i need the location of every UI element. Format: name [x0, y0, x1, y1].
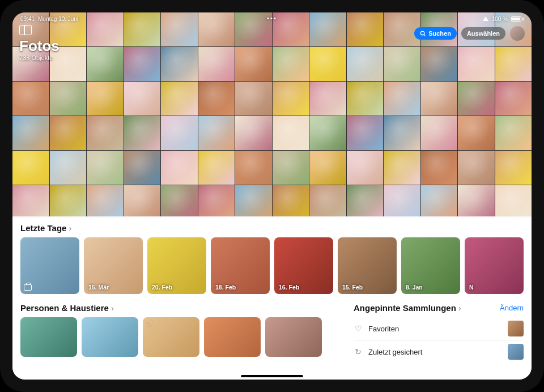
people-tile[interactable] — [265, 317, 322, 357]
photo-thumbnail[interactable] — [198, 116, 235, 150]
recent-day-tile[interactable]: 20. Feb — [147, 237, 206, 294]
library-view-icon[interactable] — [19, 25, 32, 35]
photo-thumbnail[interactable] — [309, 116, 346, 150]
photo-thumbnail[interactable] — [458, 47, 495, 81]
photo-thumbnail[interactable] — [421, 82, 458, 116]
photo-thumbnail[interactable] — [458, 82, 495, 116]
photo-thumbnail[interactable] — [50, 116, 87, 150]
photo-thumbnail[interactable] — [235, 151, 272, 185]
photo-thumbnail[interactable] — [198, 185, 235, 216]
photo-thumbnail[interactable] — [384, 185, 420, 216]
photo-thumbnail[interactable] — [87, 151, 124, 185]
wifi-icon — [483, 16, 488, 21]
photo-thumbnail[interactable] — [12, 151, 49, 185]
photo-thumbnail[interactable] — [309, 82, 346, 116]
photo-thumbnail[interactable] — [309, 185, 346, 216]
photo-thumbnail[interactable] — [235, 47, 272, 81]
photo-thumbnail[interactable] — [495, 151, 532, 185]
home-indicator[interactable] — [241, 375, 303, 377]
photo-thumbnail[interactable] — [347, 82, 384, 116]
recent-day-date: 15. Feb — [342, 284, 363, 291]
photo-thumbnail[interactable] — [421, 116, 458, 150]
select-button[interactable]: Auswählen — [461, 27, 505, 40]
photo-thumbnail[interactable] — [161, 151, 198, 185]
photo-thumbnail[interactable] — [495, 116, 532, 150]
pinned-collection-row[interactable]: ♡Favoriten — [354, 317, 524, 340]
library-grid[interactable] — [12, 12, 532, 216]
photo-thumbnail[interactable] — [347, 47, 384, 81]
photo-thumbnail[interactable] — [458, 151, 495, 185]
photo-thumbnail[interactable] — [124, 47, 161, 81]
photo-thumbnail[interactable] — [50, 82, 87, 116]
photo-thumbnail[interactable] — [124, 185, 161, 216]
photo-thumbnail[interactable] — [384, 47, 420, 81]
photo-thumbnail[interactable] — [161, 116, 198, 150]
people-pets-row[interactable]: ♡ — [20, 317, 340, 357]
recent-day-tile[interactable]: 16. Feb — [274, 237, 333, 294]
photo-thumbnail[interactable] — [309, 151, 346, 185]
photo-thumbnail[interactable] — [273, 82, 309, 116]
photo-thumbnail[interactable] — [87, 47, 124, 81]
photo-thumbnail[interactable] — [161, 82, 198, 116]
item-count: 738 Objekte — [19, 54, 60, 61]
photo-thumbnail[interactable] — [235, 116, 272, 150]
photo-thumbnail[interactable] — [235, 185, 272, 216]
photo-thumbnail[interactable] — [124, 116, 161, 150]
recent-day-tile[interactable] — [20, 237, 79, 294]
photo-thumbnail[interactable] — [12, 82, 49, 116]
photo-thumbnail[interactable] — [495, 185, 532, 216]
multitask-dots-icon[interactable]: ••• — [267, 15, 277, 22]
photo-thumbnail[interactable] — [495, 82, 532, 116]
photo-thumbnail[interactable] — [421, 47, 458, 81]
photo-thumbnail[interactable] — [458, 116, 495, 150]
photo-thumbnail[interactable] — [495, 47, 532, 81]
photo-thumbnail[interactable] — [273, 47, 309, 81]
photo-thumbnail[interactable] — [50, 185, 87, 216]
people-tile[interactable]: ♡ — [143, 317, 199, 357]
photo-thumbnail[interactable] — [161, 185, 198, 216]
photo-thumbnail[interactable] — [87, 116, 124, 150]
photo-thumbnail[interactable] — [421, 151, 458, 185]
photo-thumbnail[interactable] — [161, 47, 198, 81]
photo-thumbnail[interactable] — [384, 151, 420, 185]
photo-thumbnail[interactable] — [50, 151, 87, 185]
recent-day-tile[interactable]: 15. Feb — [338, 237, 397, 294]
photo-thumbnail[interactable] — [347, 151, 384, 185]
photo-thumbnail[interactable] — [384, 116, 420, 150]
photo-thumbnail[interactable] — [12, 185, 49, 216]
photo-thumbnail[interactable] — [273, 116, 309, 150]
photo-thumbnail[interactable] — [421, 185, 458, 216]
search-button[interactable]: Suchen — [414, 27, 457, 40]
photo-thumbnail[interactable] — [198, 151, 235, 185]
people-tile[interactable] — [20, 317, 77, 357]
recent-day-tile[interactable]: 8. Jan — [401, 237, 460, 294]
section-recent-days[interactable]: Letzte Tage › — [20, 223, 71, 233]
pinned-edit-link[interactable]: Ändern — [500, 304, 524, 312]
photo-thumbnail[interactable] — [273, 151, 309, 185]
people-tile[interactable] — [82, 317, 138, 357]
profile-avatar[interactable] — [510, 26, 525, 41]
pinned-collection-row[interactable]: ↻Zuletzt gesichert — [354, 340, 524, 363]
photo-thumbnail[interactable] — [87, 82, 124, 116]
recent-day-tile[interactable]: 15. Mär — [84, 237, 143, 294]
photo-thumbnail[interactable] — [347, 116, 384, 150]
recent-days-row[interactable]: 15. Mär20. Feb18. Feb16. Feb15. Feb8. Ja… — [20, 237, 524, 294]
photo-thumbnail[interactable] — [347, 185, 384, 216]
recent-day-tile[interactable]: N — [465, 237, 524, 294]
photo-thumbnail[interactable] — [124, 82, 161, 116]
photo-thumbnail[interactable] — [273, 185, 309, 216]
photo-thumbnail[interactable] — [458, 185, 495, 216]
section-pinned[interactable]: Angepinnte Sammlungen › — [354, 303, 461, 313]
people-tile[interactable] — [204, 317, 261, 357]
section-people-pets[interactable]: Personen & Haustiere › — [20, 303, 114, 313]
photo-thumbnail[interactable] — [235, 82, 272, 116]
photo-thumbnail[interactable] — [309, 47, 346, 81]
photo-thumbnail[interactable] — [12, 116, 49, 150]
recent-day-date: N — [469, 284, 474, 291]
photo-thumbnail[interactable] — [384, 82, 420, 116]
photo-thumbnail[interactable] — [198, 82, 235, 116]
recent-day-tile[interactable]: 18. Feb — [211, 237, 270, 294]
photo-thumbnail[interactable] — [87, 185, 124, 216]
photo-thumbnail[interactable] — [198, 47, 235, 81]
photo-thumbnail[interactable] — [124, 151, 161, 185]
